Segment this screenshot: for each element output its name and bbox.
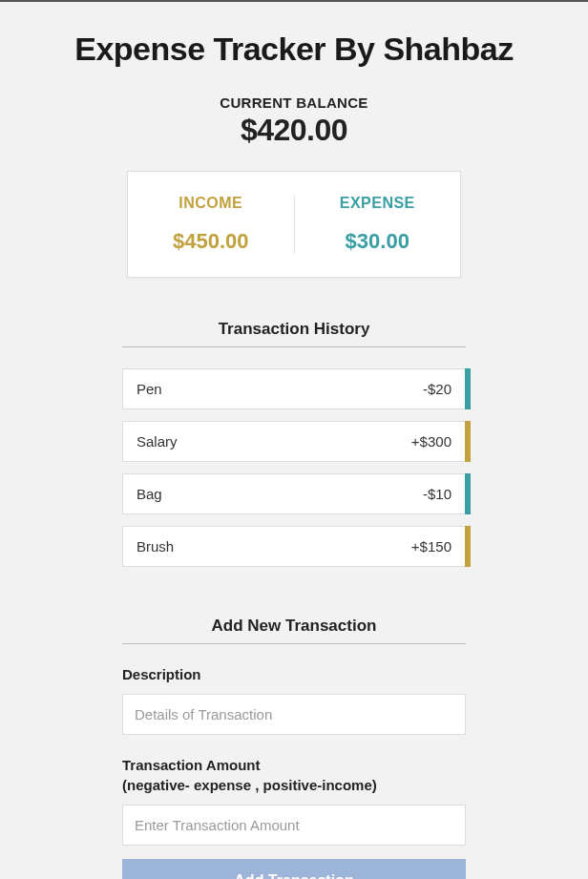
transaction-item: Brush+$150 — [122, 526, 466, 567]
transaction-name: Pen — [136, 381, 162, 397]
description-input[interactable] — [122, 694, 466, 735]
transaction-amount: -$10 — [423, 486, 452, 502]
history-section: Transaction History Pen-$20Salary+$300Ba… — [122, 320, 466, 578]
transaction-list: Pen-$20Salary+$300Bag-$10Brush+$150 — [122, 368, 466, 567]
expense-value: $30.00 — [295, 229, 461, 254]
description-label: Description — [122, 665, 466, 684]
transaction-amount: +$150 — [411, 538, 452, 555]
add-transaction-button[interactable]: Add Transaction — [122, 859, 466, 879]
history-heading: Transaction History — [122, 320, 466, 347]
income-panel: INCOME $450.00 — [128, 195, 295, 254]
page-title: Expense Tracker By Shahbaz — [74, 31, 513, 68]
expense-panel: EXPENSE $30.00 — [295, 195, 461, 254]
transaction-name: Bag — [136, 486, 162, 502]
amount-input[interactable] — [122, 805, 466, 846]
expense-label: EXPENSE — [295, 195, 461, 212]
transaction-name: Brush — [136, 538, 174, 555]
transaction-amount: -$20 — [423, 381, 452, 397]
add-transaction-section: Add New Transaction Description Transact… — [122, 617, 466, 879]
current-balance-label: CURRENT BALANCE — [220, 94, 368, 111]
transaction-item: Pen-$20 — [122, 368, 466, 409]
income-label: INCOME — [128, 195, 294, 212]
income-value: $450.00 — [128, 229, 294, 254]
transaction-name: Salary — [136, 433, 178, 450]
transaction-amount: +$300 — [411, 433, 452, 450]
summary-card: INCOME $450.00 EXPENSE $30.00 — [127, 171, 461, 278]
current-balance-value: $420.00 — [220, 113, 368, 148]
amount-label: Transaction Amount(negative- expense , p… — [122, 756, 466, 795]
transaction-item: Salary+$300 — [122, 421, 466, 462]
transaction-item: Bag-$10 — [122, 473, 466, 514]
add-transaction-heading: Add New Transaction — [122, 617, 466, 644]
current-balance-block: CURRENT BALANCE $420.00 — [220, 94, 368, 148]
